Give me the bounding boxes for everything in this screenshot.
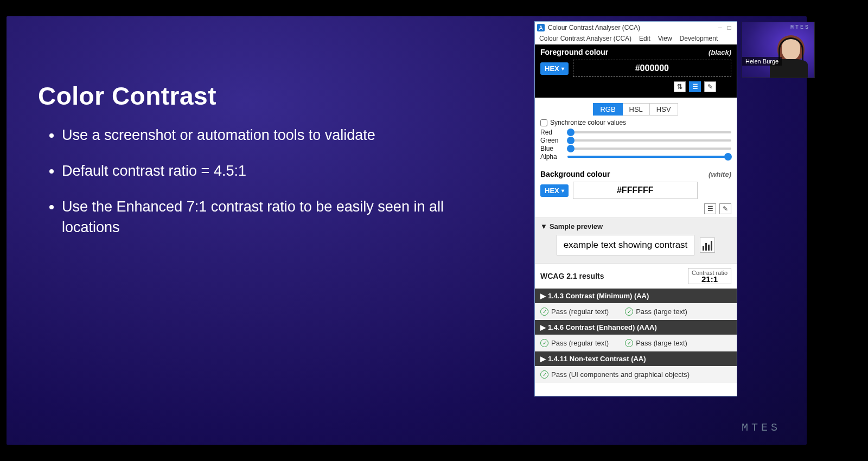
pass-label: Pass (large text) — [636, 339, 687, 347]
contrast-ratio-badge: Contrast ratio 21:1 — [688, 268, 731, 284]
wcag-header: WCAG 2.1 results Contrast ratio 21:1 — [535, 263, 737, 289]
menu-item-dev[interactable]: Development — [680, 35, 718, 42]
chevron-down-icon: ▾ — [561, 66, 564, 72]
foreground-hint: (black) — [709, 48, 731, 56]
pass-icon: ✓ — [625, 308, 633, 316]
slide-bullet: Use a screenshot or automation tools to … — [62, 125, 469, 145]
slider-green[interactable] — [567, 139, 731, 142]
fg-format-label: HEX — [545, 65, 559, 73]
fg-hex-input[interactable]: #000000 — [573, 60, 731, 77]
pass-label: Pass (regular text) — [551, 339, 609, 347]
wcag-criterion[interactable]: ▶ 1.4.6 Contrast (Enhanced) (AAA) — [535, 320, 737, 335]
app-icon: A — [537, 24, 545, 31]
tab-hsl[interactable]: HSL — [622, 103, 650, 116]
sample-title: Sample preview — [550, 222, 603, 230]
slider-blue[interactable] — [567, 148, 731, 150]
eyedropper-icon[interactable]: ✎ — [719, 203, 731, 214]
sliders-panel: Synchronize colour values Red Green Blue… — [535, 117, 737, 165]
menu-item-app[interactable]: Colour Contrast Analyser (CCA) — [539, 35, 631, 42]
criterion-passes: ✓Pass (regular text) ✓Pass (large text) — [535, 303, 737, 320]
brand-mark: MTES — [742, 421, 781, 434]
bg-format-dropdown[interactable]: HEX ▾ — [540, 184, 569, 197]
chevron-down-icon: ▾ — [561, 188, 564, 194]
pass-icon: ✓ — [540, 308, 548, 316]
slide-bullet: Use the Enhanced 7:1 contrast ratio to b… — [62, 196, 469, 238]
wcag-criterion[interactable]: ▶ 1.4.11 Non-text Contrast (AA) — [535, 351, 737, 366]
ratio-value: 21:1 — [692, 276, 727, 283]
slider-label-alpha: Alpha — [540, 153, 563, 161]
foreground-section: Foreground colour (black) HEX ▾ #000000 … — [535, 44, 737, 98]
criterion-passes: ✓Pass (regular text) ✓Pass (large text) — [535, 335, 737, 351]
foreground-label: Foreground colour — [540, 48, 608, 56]
slide-title: Color Contrast — [38, 81, 216, 111]
sync-label: Synchronize colour values — [550, 119, 626, 126]
background-hint: (white) — [709, 170, 731, 178]
slide-bullets: Use a screenshot or automation tools to … — [46, 125, 469, 253]
criterion-title: 1.4.6 Contrast (Enhanced) (AAA) — [548, 323, 657, 331]
slider-alpha[interactable] — [567, 156, 731, 158]
eyedropper-icon[interactable]: ✎ — [704, 81, 716, 92]
slider-red[interactable] — [567, 131, 731, 133]
wcag-criterion[interactable]: ▶ 1.4.3 Contrast (Minimum) (AA) — [535, 289, 737, 303]
criterion-title: 1.4.3 Contrast (Minimum) (AA) — [548, 292, 649, 300]
sliders-icon[interactable]: ☰ — [689, 81, 701, 92]
window-maximize-button[interactable]: □ — [727, 24, 731, 31]
sample-text: example text showing contrast — [557, 235, 695, 255]
pass-icon: ✓ — [540, 370, 548, 379]
sync-checkbox[interactable] — [540, 119, 547, 126]
background-label: Background colour — [540, 170, 610, 178]
sample-collapser[interactable]: ▼ Sample preview — [540, 222, 731, 230]
chart-icon[interactable] — [700, 238, 715, 253]
background-section: Background colour (white) HEX ▾ #FFFFFF … — [535, 165, 737, 217]
pass-icon: ✓ — [625, 339, 633, 347]
cca-window: A Colour Contrast Analyser (CCA) – □ Col… — [535, 22, 737, 396]
tab-hsv[interactable]: HSV — [649, 103, 678, 116]
bg-toolbar: ☰ ✎ — [540, 203, 731, 214]
sample-preview: ▼ Sample preview example text showing co… — [535, 217, 737, 263]
video-frame: Color Contrast Use a screenshot or autom… — [0, 0, 868, 461]
presenter-avatar — [769, 35, 811, 78]
tab-rgb[interactable]: RGB — [593, 103, 622, 116]
bg-format-label: HEX — [545, 187, 559, 195]
criterion-title: 1.4.11 Non-text Contrast (AA) — [548, 355, 646, 363]
window-title: Colour Contrast Analyser (CCA) — [548, 24, 640, 31]
slide-bullet: Default contrast ratio = 4.5:1 — [62, 161, 469, 181]
webcam-overlay: MTES Helen Burge — [742, 22, 815, 78]
fg-toolbar: ⇅ ☰ ✎ — [540, 81, 731, 92]
slider-label-green: Green — [540, 137, 563, 144]
slider-label-blue: Blue — [540, 145, 563, 152]
presenter-name: Helen Burge — [742, 57, 782, 66]
fg-format-dropdown[interactable]: HEX ▾ — [540, 62, 569, 75]
wcag-title: WCAG 2.1 results — [540, 272, 604, 280]
bg-hex-input[interactable]: #FFFFFF — [573, 182, 698, 199]
pass-label: Pass (UI components and graphical object… — [551, 370, 690, 379]
expand-icon[interactable] — [719, 81, 731, 92]
menubar: Colour Contrast Analyser (CCA) Edit View… — [535, 34, 737, 44]
menu-item-view[interactable]: View — [658, 35, 672, 42]
webcam-brand: MTES — [790, 24, 810, 30]
sliders-icon[interactable]: ☰ — [704, 203, 716, 214]
pass-label: Pass (large text) — [636, 308, 687, 316]
titlebar[interactable]: A Colour Contrast Analyser (CCA) – □ — [535, 22, 737, 34]
pass-icon: ✓ — [540, 339, 548, 347]
criterion-passes: ✓Pass (UI components and graphical objec… — [535, 366, 737, 383]
window-minimize-button[interactable]: – — [718, 24, 722, 31]
menu-item-edit[interactable]: Edit — [639, 35, 650, 42]
swap-icon[interactable]: ⇅ — [674, 81, 686, 92]
pass-label: Pass (regular text) — [551, 308, 609, 316]
colour-model-tabs: RGB HSL HSV — [535, 98, 737, 117]
slider-label-red: Red — [540, 129, 563, 136]
